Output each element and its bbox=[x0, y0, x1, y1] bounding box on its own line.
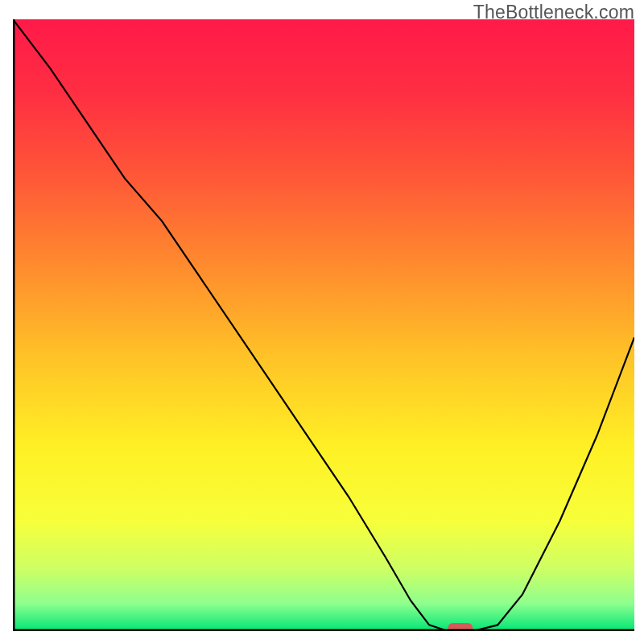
chart-svg bbox=[13, 19, 634, 631]
chart-container: TheBottleneck.com bbox=[0, 0, 644, 644]
plot-area bbox=[13, 19, 634, 631]
gradient-background bbox=[13, 19, 634, 631]
